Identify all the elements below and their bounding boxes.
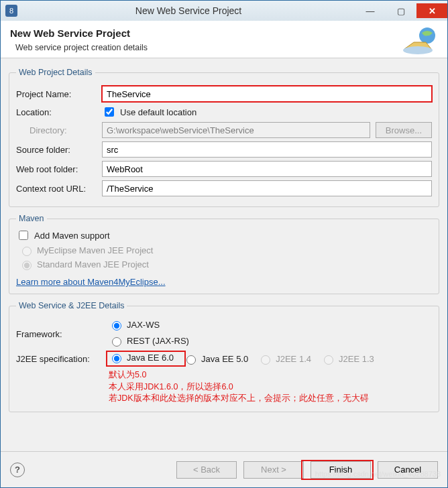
maximize-button[interactable]: ▢ xyxy=(386,3,416,18)
web-project-details-group: Web Project Details Project Name: Locati… xyxy=(9,68,439,207)
page-subtitle: Web service project creation details xyxy=(15,43,438,52)
j2ee-1-4-radio: J2EE 1.4 xyxy=(258,353,311,365)
context-root-input[interactable] xyxy=(102,180,432,196)
context-root-label: Context root URL: xyxy=(16,184,102,194)
add-maven-support-checkbox[interactable]: Add Maven support xyxy=(16,229,432,242)
jax-ws-radio[interactable]: JAX-WS xyxy=(109,319,160,330)
back-button: < Back xyxy=(176,461,237,479)
java-ee-5-radio[interactable]: Java EE 5.0 xyxy=(183,353,248,365)
framework-label: Framework: xyxy=(16,329,109,339)
annotation-text: 默认为5.0 本人采用JDK1.6.0，所以选择6.0 若JDK版本和此处选择的… xyxy=(109,369,432,405)
wizard-icon xyxy=(402,26,438,56)
next-button: Next > xyxy=(243,461,304,479)
web-service-j2ee-group: Web Service & J2EE Details Framework: JA… xyxy=(9,301,439,412)
titlebar: 8 New Web Service Project — ▢ ✕ xyxy=(1,1,447,21)
source-folder-label: Source folder: xyxy=(16,145,102,155)
use-default-location-checkbox[interactable]: Use default location xyxy=(102,105,197,119)
group-legend: Maven xyxy=(16,214,47,223)
svg-text:8: 8 xyxy=(9,7,13,15)
maven-group: Maven Add Maven support MyEclipse Maven … xyxy=(9,214,439,294)
web-root-folder-input[interactable] xyxy=(102,161,432,177)
standard-maven-radio: Standard Maven JEE Project xyxy=(19,259,432,270)
project-name-label: Project Name: xyxy=(16,89,102,99)
wizard-header: New Web Service Project Web service proj… xyxy=(1,21,447,58)
myeclipse-maven-radio: MyEclipse Maven JEE Project xyxy=(19,245,432,256)
location-label: Location: xyxy=(16,107,102,117)
page-title: New Web Service Project xyxy=(10,27,438,39)
rest-jax-rs-radio[interactable]: REST (JAX-RS) xyxy=(109,335,189,347)
svg-point-3 xyxy=(403,46,433,54)
close-button[interactable]: ✕ xyxy=(416,3,447,18)
group-legend: Web Service & J2EE Details xyxy=(16,301,127,310)
java-ee-6-radio[interactable]: Java EE 6.0 xyxy=(109,352,174,363)
source-folder-input[interactable] xyxy=(102,141,432,158)
directory-input xyxy=(102,122,370,138)
web-root-folder-label: Web root folder: xyxy=(16,164,102,174)
project-name-input[interactable] xyxy=(102,86,432,102)
minimize-button[interactable]: — xyxy=(355,3,386,18)
directory-label: Directory: xyxy=(16,125,102,135)
j2ee-1-3-radio: J2EE 1.3 xyxy=(321,353,374,365)
window-title: New Web Service Project xyxy=(22,5,355,16)
browse-button: Browse... xyxy=(376,122,432,138)
watermark: https://blog.csdn.net/weixin_40288738 xyxy=(315,470,441,478)
wizard-footer: ? < Back Next > Finish Cancel xyxy=(1,451,447,487)
app-icon: 8 xyxy=(5,4,18,17)
maven-learn-more-link[interactable]: Learn more about Maven4MyEclipse... xyxy=(16,277,166,287)
j2ee-spec-label: J2EE specification: xyxy=(16,354,109,364)
help-button[interactable]: ? xyxy=(10,463,25,477)
group-legend: Web Project Details xyxy=(16,68,95,77)
